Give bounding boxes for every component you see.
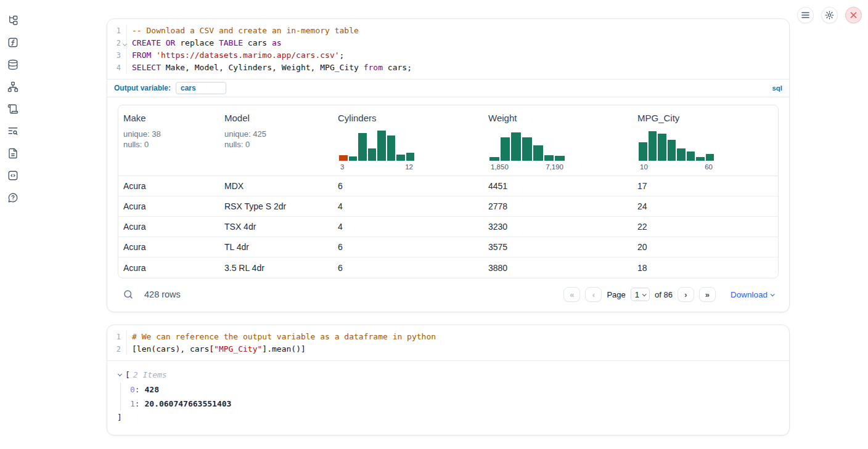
table-row[interactable]: AcuraRSX Type S 2dr4277824 <box>118 196 778 217</box>
column-stats: unique: 425nulls: 0 <box>224 129 330 150</box>
code-text: FROM 'https://datasets.marimo.app/cars.c… <box>127 49 344 62</box>
page-select[interactable]: 1 <box>631 288 650 301</box>
table-row[interactable]: AcuraTL 4dr6357520 <box>118 237 778 257</box>
file-explorer-icon[interactable] <box>7 15 18 26</box>
scratchpad-search-icon[interactable] <box>7 126 18 137</box>
line-number: 1 <box>107 25 127 37</box>
table-cell: RSX Type S 2dr <box>219 201 333 211</box>
output-variable-label: Output variable: <box>114 84 171 92</box>
first-page-button[interactable]: « <box>563 287 580 302</box>
column-header[interactable]: Weight1,8507,190 <box>483 105 633 176</box>
data-sources-icon[interactable] <box>7 59 18 70</box>
download-button[interactable]: Download <box>731 290 774 299</box>
tree-close-bracket: ] <box>117 411 779 424</box>
histogram-bar <box>368 148 377 161</box>
search-icon[interactable] <box>123 289 134 300</box>
last-page-button[interactable]: » <box>699 287 716 302</box>
column-histogram[interactable] <box>489 129 565 161</box>
documentation-icon[interactable] <box>7 148 18 159</box>
tree-entry: 0: 428 <box>130 382 779 397</box>
histogram-bar <box>511 132 521 161</box>
table-cell: MDX <box>219 181 333 191</box>
histogram-bar <box>501 137 510 161</box>
sql-code-editor[interactable]: 1-- Download a CSV and create an in-memo… <box>107 19 789 79</box>
histogram-bar <box>396 155 405 161</box>
close-icon <box>850 12 857 18</box>
column-label: Cylinders <box>338 113 481 123</box>
output-variable-input[interactable] <box>176 82 226 94</box>
column-header[interactable]: Cylinders312 <box>333 105 483 176</box>
code-text: # We can reference the output variable a… <box>127 331 436 343</box>
table-cell: 20 <box>633 242 778 252</box>
code-line: 4SELECT Make, Model, Cylinders, Weight, … <box>107 62 789 74</box>
column-header[interactable]: MPG_City1060 <box>633 105 778 176</box>
tree-open-bracket: [ <box>125 369 130 381</box>
line-number: 4 <box>107 62 127 74</box>
help-chat-icon[interactable] <box>7 192 18 203</box>
settings-button[interactable] <box>821 7 838 23</box>
double-chevron-right-icon: » <box>705 290 710 299</box>
table-cell: TL 4dr <box>219 242 333 252</box>
table-cell: 17 <box>633 181 778 191</box>
prev-page-button[interactable]: ‹ <box>585 287 602 302</box>
sql-output-area: Makeunique: 38nulls: 0Modelunique: 425nu… <box>107 97 789 312</box>
histogram-axis: 1,8507,190 <box>489 163 565 171</box>
table-cell: 3575 <box>483 242 633 252</box>
hamburger-icon <box>801 12 809 18</box>
histogram-bar <box>522 137 532 161</box>
chevron-down-icon <box>771 292 775 296</box>
histogram-bar <box>489 157 499 161</box>
fold-chevron-icon[interactable] <box>122 42 127 47</box>
variables-icon[interactable] <box>7 37 18 48</box>
notebook-menu-button[interactable] <box>797 7 814 23</box>
column-histogram[interactable] <box>639 129 714 161</box>
column-header[interactable]: Makeunique: 38nulls: 0 <box>118 105 219 176</box>
language-badge[interactable]: sql <box>772 84 782 92</box>
code-text: [len(cars), cars["MPG_City"].mean()] <box>127 343 306 355</box>
table-row[interactable]: AcuraTSX 4dr4323022 <box>118 217 778 237</box>
code-line: 2[len(cars), cars["MPG_City"].mean()] <box>107 343 789 355</box>
line-number: 3 <box>107 49 127 62</box>
rows-count: 428 rows <box>144 289 181 299</box>
page-total-label: of 86 <box>655 290 673 299</box>
table-cell: Acura <box>118 181 219 191</box>
code-text: -- Download a CSV and create an in-memor… <box>127 25 359 37</box>
table-cell: 4 <box>333 201 483 211</box>
dependency-graph-icon[interactable] <box>7 81 18 92</box>
table-cell: Acura <box>118 222 219 232</box>
output-variable-row: Output variable: sql <box>107 79 789 97</box>
histogram-bar <box>696 157 705 161</box>
column-histogram[interactable] <box>339 129 414 161</box>
code-text: CREATE OR replace TABLE cars as <box>127 37 282 49</box>
code-text: SELECT Make, Model, Cylinders, Weight, M… <box>127 62 412 74</box>
next-page-button[interactable]: › <box>678 287 694 302</box>
gear-icon <box>825 10 834 20</box>
table-cell: 3.5 RL 4dr <box>219 263 333 273</box>
tree-entry: 1: 20.060747663551403 <box>130 397 779 411</box>
snippets-icon[interactable] <box>7 170 18 181</box>
table-cell: 2778 <box>483 201 633 211</box>
histogram-bar <box>706 154 714 161</box>
chevron-right-icon: › <box>684 290 687 299</box>
tree-items-count: 2 Items <box>133 369 167 381</box>
python-code-editor[interactable]: 1# We can reference the output variable … <box>107 325 789 360</box>
table-cell: TSX 4dr <box>219 222 333 232</box>
shutdown-button[interactable] <box>845 7 862 23</box>
table-cell: 4451 <box>483 181 633 191</box>
histogram-axis: 312 <box>339 163 414 171</box>
line-number: 2 <box>107 37 127 49</box>
table-cell: 4 <box>333 222 483 232</box>
table-cell: Acura <box>118 201 219 211</box>
logs-icon[interactable] <box>7 103 18 115</box>
table-footer: 428 rows « ‹ Page 1 of 86 › » Download <box>118 281 779 304</box>
table-cell: 6 <box>333 263 483 273</box>
column-header[interactable]: Modelunique: 425nulls: 0 <box>219 105 333 176</box>
page-label: Page <box>607 290 625 299</box>
histogram-bar <box>668 140 676 161</box>
table-row[interactable]: AcuraMDX6445117 <box>118 176 778 196</box>
chevron-down-icon <box>642 292 647 296</box>
histogram-bar <box>544 155 554 161</box>
table-cell: Acura <box>118 263 219 273</box>
table-row[interactable]: Acura3.5 RL 4dr6388018 <box>118 257 778 278</box>
tree-collapse-chevron-icon[interactable] <box>117 372 123 378</box>
